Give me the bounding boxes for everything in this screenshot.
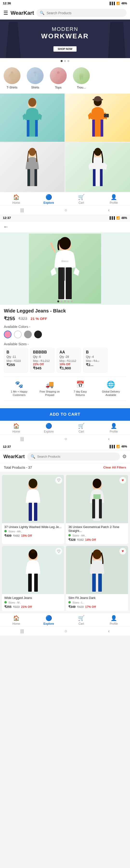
cart-icon-3: 🛒 — [78, 615, 85, 621]
cart-icon-1: 🛒 — [78, 194, 85, 200]
size-col-b[interactable]: B Qty -11 Mrp - ₹323 ₹255 — [4, 348, 28, 373]
search-box-1[interactable]: 🔍 — [36, 9, 127, 17]
green-dot-2 — [68, 534, 71, 536]
sys-menu-icon-3: ||| — [21, 628, 24, 633]
color-black[interactable] — [34, 331, 42, 338]
shop-now-button[interactable]: SHOP NOW — [54, 46, 77, 52]
price-original: ₹323 — [18, 316, 27, 321]
color-grey[interactable] — [24, 331, 32, 338]
category-circle-trousers — [73, 67, 90, 84]
clear-filters-button[interactable]: Clear All Filters — [103, 466, 126, 469]
time-3: 12:37 — [3, 445, 11, 448]
hero-dot-5[interactable] — [71, 301, 73, 302]
size-name-bbbbb: BBBBB — [33, 350, 52, 354]
nav-profile-2[interactable]: 👤 Profile — [98, 423, 130, 433]
category-tshirts[interactable]: T-Shirts — [2, 67, 22, 89]
time-2: 12:37 — [3, 216, 11, 220]
wishlist-btn-2[interactable]: ♥ — [120, 477, 126, 484]
nav-explore-2[interactable]: 🔵 Explore — [32, 423, 65, 433]
sys-menu-icon-2: ||| — [21, 436, 24, 441]
nav-explore-1[interactable]: 🔵 Explore — [32, 194, 65, 205]
product-card-1[interactable]: ♡ 37 Unisex Lightly Washed Wide-Leg Je..… — [2, 475, 64, 544]
price-off-3: 21% Off — [21, 605, 32, 609]
nav-explore-3[interactable]: 🔵 Explore — [32, 615, 65, 625]
product-card-prices-2: ₹328 ₹382 14% Off — [68, 538, 126, 541]
product-card-2[interactable]: ♥ 36 Unisex Geometrical Patch 2-Tone Str… — [66, 475, 128, 544]
benefit-returns: 📅 7 day Easy Returns — [70, 380, 91, 397]
hero-dot-3[interactable] — [64, 301, 66, 302]
wishlist-btn-1[interactable]: ♡ — [55, 477, 62, 484]
search-box-3[interactable]: 🔍 — [27, 453, 120, 461]
product-img-4[interactable] — [65, 143, 130, 192]
nav-profile-3[interactable]: 👤 Profile — [98, 615, 130, 625]
system-bar-1: ||| ○ ‹ — [0, 206, 130, 215]
nav-home-1[interactable]: 🏠 Home — [0, 194, 32, 205]
size-col-aa[interactable]: AA Qty -28 Mrp - ₹2,112 10% Off ₹1,900 — [57, 348, 81, 373]
free-shipping-label: Free Shipping on Prepaid — [39, 390, 61, 397]
results-count: Total Products - 37 — [4, 466, 32, 469]
battery-2: 46% — [121, 216, 127, 220]
dot-3[interactable] — [67, 60, 69, 62]
svg-point-8 — [57, 71, 60, 74]
size-col-bbbbb[interactable]: BBBBB Qty -6 Mrp - ₹1,212 22% Off ₹945 — [30, 348, 55, 373]
menu-icon[interactable]: ☰ — [3, 10, 8, 16]
nav-cart-3[interactable]: 🛒 Cart — [65, 615, 98, 625]
product-card-name-4: Slim Fit Jeans Dark — [68, 596, 126, 600]
nav-profile-1[interactable]: 👤 Profile — [98, 194, 130, 205]
product-image: fitness — [0, 232, 130, 305]
category-circle-tshirts — [4, 67, 21, 84]
search-icon-3: 🔍 — [31, 454, 35, 459]
svg-point-36 — [59, 237, 71, 250]
colors-row — [4, 331, 126, 338]
size-col-bx[interactable]: B Qty -4 Mrp - ₹4... ₹2... — [83, 348, 107, 373]
page-3: 12:37 ▐▐▐ 📶 46% WearKart 🔍 ⚙ Total Produ… — [0, 443, 130, 636]
global-delivery-label: Global Delivery Available — [100, 390, 122, 397]
nav-home-2[interactable]: 🏠 Home — [0, 423, 32, 433]
product-img-1[interactable] — [0, 94, 65, 142]
nav-home-3[interactable]: 🏠 Home — [0, 615, 32, 625]
svg-text:fitness: fitness — [61, 260, 68, 262]
product-card-info-3: Wide Legged Jeans Sizes - M , ₹255 ₹323 … — [2, 594, 64, 611]
svg-point-30 — [94, 148, 101, 156]
wishlist-btn-4[interactable]: ♥ — [120, 548, 126, 555]
product-img-3[interactable] — [0, 143, 65, 192]
search-input-3[interactable] — [37, 455, 117, 458]
category-shirts[interactable]: Shirts — [26, 67, 45, 89]
size-final-bx: ₹2... — [86, 363, 105, 367]
returns-icon: 📅 — [76, 380, 85, 389]
sys-back-icon-3: ‹ — [108, 628, 109, 633]
category-circle-tops — [50, 67, 67, 84]
benefit-happy-customers: 🐾 1 Mn + Happy Customers — [8, 380, 30, 397]
filter-icon[interactable]: ⚙ — [122, 454, 127, 459]
size-mrp-bx: Mrp - ₹4... — [86, 359, 105, 363]
hero-dot-2[interactable] — [61, 301, 63, 302]
back-button[interactable]: ← — [0, 221, 130, 232]
home-icon-1: 🏠 — [13, 194, 20, 200]
dot-2[interactable] — [64, 60, 66, 62]
color-pink[interactable] — [4, 331, 11, 338]
nav-cart-1[interactable]: 🛒 Cart — [65, 194, 98, 205]
product-img-2[interactable] — [65, 94, 130, 142]
color-white[interactable] — [14, 331, 22, 338]
add-to-cart-button[interactable]: ADD TO CART — [0, 408, 130, 421]
hero-dot-1[interactable] — [57, 301, 59, 302]
global-delivery-icon: 🌐 — [107, 380, 115, 389]
product-card-3[interactable]: ♡ Wide Legged Jeans Sizes - M , ₹255 ₹32… — [2, 546, 64, 611]
category-circle-shirts — [27, 67, 43, 84]
price-original-2: ₹382 — [77, 538, 84, 541]
dot-1[interactable] — [61, 60, 63, 62]
bottom-nav-1: 🏠 Home 🔵 Explore 🛒 Cart 👤 Profile — [0, 192, 130, 206]
category-tops[interactable]: Tops — [48, 67, 68, 89]
nav-cart-2[interactable]: 🛒 Cart — [65, 423, 98, 433]
nav-label-profile-1: Profile — [109, 201, 118, 205]
product-card-4[interactable]: ♥ Slim Fit Jeans Dark Sizes - L , ₹349 ₹… — [66, 546, 128, 611]
svg-rect-34 — [66, 268, 72, 299]
search-input-1[interactable] — [46, 11, 123, 15]
nav-label-explore-2: Explore — [44, 430, 54, 433]
wifi-icon-2: 📶 — [116, 216, 120, 220]
returns-label: 7 day Easy Returns — [70, 390, 91, 397]
category-trousers[interactable]: Trou... — [72, 67, 91, 89]
wishlist-btn-3[interactable]: ♡ — [55, 548, 62, 555]
price-row: ₹255 ₹323 21 % OFF — [4, 316, 126, 321]
hero-dot-4[interactable] — [67, 301, 69, 302]
